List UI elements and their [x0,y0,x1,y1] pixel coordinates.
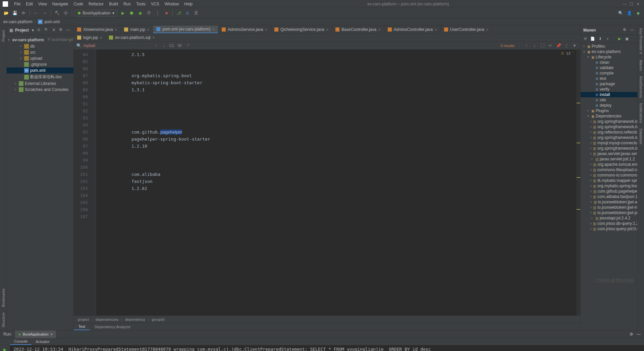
select-all-icon[interactable]: ⛶ [539,43,545,48]
translate-icon[interactable]: 文 [193,10,200,16]
breadcrumb-item[interactable]: project [78,317,89,321]
tree-item[interactable]: >upload [7,55,73,61]
maven-tree-item[interactable]: >▥io.jsonwebtoken:jjwt-a [581,199,637,205]
inspection-widget[interactable]: ⚠ 13 ˇ [561,51,574,55]
maven-tool-tab[interactable]: Maven [638,57,644,73]
expand-all-icon[interactable]: ⇱ [43,28,49,33]
editor-tab[interactable]: UserController.java× [441,26,492,33]
maven-tree-item[interactable]: ⚙verify [581,87,637,92]
editor-tab[interactable]: QicheleixingService.java× [271,26,332,33]
menu-help[interactable]: Help [181,2,195,6]
menu-vcs[interactable]: VCS [148,2,162,6]
add-icon[interactable]: ➕ [62,10,69,16]
close-icon[interactable]: × [326,28,328,32]
execute-icon[interactable]: ▣ [624,37,630,41]
rest-services-tab[interactable]: RestServices [638,73,644,101]
menu-tools[interactable]: Tools [133,2,148,6]
more-icon[interactable]: ⋮ [564,43,570,48]
close-icon[interactable]: × [486,28,488,32]
menu-build[interactable]: Build [106,2,121,6]
maven-tree-item[interactable]: >▥commons-io:commons [581,172,637,178]
tree-item[interactable]: 数据库表结构.doc [7,73,73,81]
maven-tree-item[interactable]: ▾▣Lifecycle [581,54,637,60]
console-output[interactable]: 2023-12-12 10:53:34 HikariProxyPreparedS… [10,345,644,351]
maven-tree-item[interactable]: ⚙site [581,97,637,103]
maven-tree-item[interactable]: ⚙install [581,92,637,97]
tree-root[interactable]: ▾ ev-cars-platform F:\xunmaw-git\基于 [7,36,73,43]
maven-tree-item[interactable]: >▥io.jsonwebtoken:jjwt-in [581,205,637,210]
hide-icon[interactable]: — [65,28,71,33]
vcs-icon[interactable]: ⎇ [175,10,182,16]
tree-item[interactable]: >Scratches and Consoles [7,87,73,93]
code-editor[interactable]: 8485868788899091929394959697989910010110… [74,50,580,315]
editor-tab[interactable]: AdminsService.java× [218,26,271,33]
find-input[interactable] [84,43,151,48]
maven-tree-item[interactable]: >▣Plugins [581,108,637,113]
add-maven-icon[interactable]: ＋ [605,36,610,41]
tree-item[interactable]: .gitignore [7,61,73,67]
maven-tree-item[interactable]: ⚙test [581,76,637,81]
tree-item[interactable]: >src [7,49,73,55]
maven-tree-item[interactable]: >▥org.springframework.b [581,135,637,140]
debug-icon[interactable]: ⬢ [128,10,135,16]
hide-icon[interactable]: — [629,28,635,33]
maven-tree-item[interactable]: ⚙deploy [581,103,637,108]
database-tab[interactable]: Database [638,126,644,147]
menu-run[interactable]: Run [121,2,133,6]
close-button[interactable]: ✕ [635,2,641,6]
maven-tree-item[interactable]: >▥com.jntoo:db-query:1.2 [581,221,637,226]
editor-tab[interactable]: AdminsController.java× [384,26,441,33]
close-icon[interactable]: × [100,36,102,40]
bookmarks-tool-tab[interactable]: Bookmarks [1,286,6,310]
run-maven-icon[interactable]: ▶ [617,37,622,41]
menu-window[interactable]: Window [162,2,182,6]
maven-tree-item[interactable]: >▥org.mybatis.spring.boo [581,183,637,189]
editor-tab[interactable]: main.jsp× [121,26,153,33]
maven-tree-item[interactable]: ▾▣ev-cars-platform [581,49,637,54]
down-icon[interactable]: ↓ [531,43,537,48]
breadcrumb-item[interactable]: dependencies [96,317,119,321]
pin-icon[interactable]: 📌 [555,43,561,48]
maven-tree-item[interactable]: >▥org.springframework.b [581,124,637,130]
block-icon[interactable]: ⊘ [184,10,191,16]
run-subtab-actuator[interactable]: Actuator [32,338,53,345]
crumb-file[interactable]: pom.xml [45,19,60,24]
maven-tree-item[interactable]: ▾▣Dependencies [581,113,637,119]
maven-tree-item[interactable]: ⚙validate [581,65,637,70]
sub-tab-text[interactable]: Text [74,323,90,330]
close-icon[interactable]: × [435,28,437,32]
tree-item[interactable]: >db [7,43,73,49]
maven-tree-item[interactable]: >▥org.reflections:reflectic [581,130,637,135]
up-icon[interactable]: ↑ [523,43,529,48]
maven-tree-item[interactable]: >▥jexcelapi:jxl:2.4.2 [581,215,637,221]
menu-refactor[interactable]: Refactor [86,2,106,6]
run-config-tab[interactable]: ● BootApplication × [15,331,56,338]
sub-tab-dependency-analyzer[interactable]: Dependency Analyzer [90,323,135,330]
maven-tree-item[interactable]: >▥mysql:mysql-connecto [581,140,637,146]
build-icon[interactable]: 🔨 [54,10,60,16]
maven-tree-item[interactable]: >▥com.alibaba:fastjson:1. [581,194,637,199]
editor-tab[interactable]: BaseController.java× [332,26,384,33]
updates-icon[interactable]: ◆ [635,10,641,16]
close-icon[interactable]: × [265,28,267,32]
chevron-down-icon[interactable]: ▾ [32,28,34,33]
run-config-dropdown[interactable]: BootApplication ▾ [75,10,117,16]
project-tool-tab[interactable]: Project [1,28,6,44]
close-icon[interactable]: × [115,28,117,32]
menu-view[interactable]: View [36,2,50,6]
fold-column[interactable] [91,50,96,315]
coverage-icon[interactable]: ◉ [137,10,144,16]
maven-tree-item[interactable]: ⚙compile [581,70,637,76]
maven-tree-item[interactable]: >▥com.jntoo:query-jstl:0.0 [581,226,637,232]
maven-tree-item[interactable]: >▥org.springframework.b [581,119,637,124]
minimize-button[interactable]: — [621,2,628,6]
search-icon[interactable]: 🔍 [617,10,624,16]
crumb-root[interactable]: ev-cars-platform [3,19,33,24]
refresh-icon[interactable]: ⟳ [20,10,27,16]
rerun-icon[interactable]: ▶ [3,347,6,351]
more-run-icon[interactable]: ⋮ [154,10,161,16]
breadcrumb-item[interactable]: dependency [125,317,145,321]
maven-tree-item[interactable]: >▥io.jsonwebtoken:jjwt-ja [581,210,637,215]
editor-tab[interactable]: login.jsp× [74,34,106,41]
editor-tab[interactable]: ev-cars-platform.sql× [106,34,158,41]
